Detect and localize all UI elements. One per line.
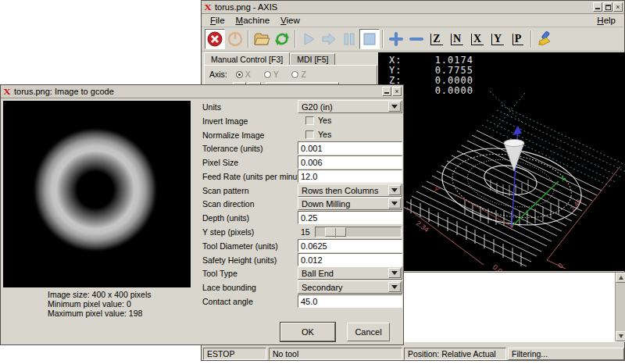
status-estop: ESTOP	[203, 348, 266, 360]
step-icon	[320, 30, 338, 48]
estop-button[interactable]	[205, 29, 225, 49]
source-image-preview	[3, 101, 191, 287]
step-button[interactable]	[319, 29, 339, 49]
field-label-contact-angle: Contact angle	[202, 297, 253, 306]
axis-label: Axis:	[209, 70, 227, 79]
zoom-out-button[interactable]	[406, 29, 427, 49]
maximize-icon	[605, 5, 611, 10]
toolbar-separator	[382, 30, 384, 48]
status-position: Position: Relative Actual	[404, 348, 506, 360]
cancel-button[interactable]: Cancel	[347, 323, 390, 341]
close-button[interactable]: ×	[613, 2, 623, 12]
dialog-close-button[interactable]: ×	[392, 87, 402, 96]
tab-manual-control[interactable]: Manual Control [F3]	[204, 52, 290, 66]
tolerance-input[interactable]	[298, 141, 402, 155]
safety-height-input[interactable]	[298, 253, 402, 266]
view-top-button[interactable]: Z	[427, 29, 447, 49]
view-side-button[interactable]: X	[467, 29, 488, 49]
field-label-tool-type: Tool Type	[202, 269, 238, 278]
view-front-button[interactable]: Y	[488, 29, 508, 49]
pixel-size-input[interactable]	[298, 155, 402, 169]
toolbar-separator	[530, 30, 532, 48]
tab-mdi[interactable]: MDI [F5]	[290, 53, 335, 66]
minimize-icon	[384, 90, 389, 94]
field-label-normalize: Normalize Image	[202, 130, 264, 140]
axis-z-radio[interactable]	[291, 71, 298, 78]
preview-3d-plot[interactable]: 2.34 2.46 0.01 0. Y X	[378, 52, 625, 271]
scroll-down-button[interactable]	[616, 331, 625, 341]
zoom-in-icon	[388, 30, 405, 48]
toolbar-separator	[248, 30, 249, 48]
chevron-down-icon	[391, 105, 398, 109]
field-label-invert: Invert Image	[202, 116, 248, 126]
estop-icon	[206, 30, 223, 48]
zoom-in-button[interactable]	[386, 29, 406, 49]
run-button[interactable]	[298, 29, 319, 49]
normalize-checkbox[interactable]	[305, 130, 314, 139]
axis-x-radio[interactable]	[236, 71, 243, 78]
tool-diameter-input[interactable]	[298, 239, 402, 252]
menu-help[interactable]: Help	[591, 15, 621, 26]
close-icon: ×	[395, 88, 398, 95]
menu-machine[interactable]: Machine	[230, 15, 275, 26]
minimize-button[interactable]	[593, 2, 602, 12]
scan-pattern-combo[interactable]: Rows then Columns	[298, 184, 402, 197]
stop-icon	[361, 30, 378, 48]
feed-rate-input[interactable]	[298, 170, 402, 183]
pause-icon	[341, 30, 358, 48]
plot-x-axis-label: X	[558, 173, 567, 184]
program-scrollbar[interactable]	[615, 273, 625, 341]
minimize-icon	[595, 5, 600, 9]
lace-bounding-combo[interactable]: Secondary	[298, 280, 402, 294]
dro-row-x: X:1.0174	[389, 55, 402, 66]
open-file-button[interactable]	[252, 29, 272, 49]
arrow-up-icon	[619, 276, 623, 280]
tool-type-combo[interactable]: Ball End	[298, 266, 402, 280]
scan-direction-combo[interactable]: Down Milling	[298, 197, 402, 210]
ok-button[interactable]: OK	[280, 323, 335, 341]
toolbar-separator	[295, 30, 296, 48]
lace-bounding-value: Secondary	[302, 283, 343, 292]
status-filtering: Filtering...	[508, 348, 624, 360]
combo-arrow	[388, 282, 401, 292]
program-listing[interactable]	[378, 272, 625, 342]
dialog-titlebar[interactable]: X torus.png: Image to gcode ×	[1, 85, 403, 98]
y-step-slider[interactable]	[315, 227, 402, 237]
clear-plot-button[interactable]	[534, 29, 555, 49]
image-max-text: Maximum pixel value: 198	[48, 309, 142, 318]
contact-angle-input[interactable]	[298, 294, 402, 308]
maximize-button[interactable]	[603, 2, 612, 12]
invert-checkbox[interactable]	[305, 116, 314, 125]
plot-y-axis-label: Y	[432, 184, 441, 194]
image-to-gcode-dialog: X torus.png: Image to gcode × Image size…	[0, 84, 404, 345]
stop-button[interactable]	[359, 29, 380, 49]
menu-view[interactable]: View	[275, 15, 305, 26]
axis-logo-icon: X	[204, 2, 212, 12]
units-value: G20 (in)	[302, 102, 333, 112]
reload-button[interactable]	[272, 29, 292, 49]
torus-image	[3, 101, 191, 287]
combo-arrow	[388, 268, 401, 278]
menubar: File Machine View Help	[202, 14, 624, 27]
preview-panel[interactable]: 2.34 2.46 0.01 0. Y X X:1.0174 Y:0.7755 …	[378, 52, 625, 271]
axis-window-title: torus.png - AXIS	[215, 2, 277, 12]
machine-power-button[interactable]	[225, 29, 245, 49]
view-rotated-top-button[interactable]: N	[447, 29, 467, 49]
invert-checkbox-row: Yes	[305, 116, 331, 125]
reload-icon	[273, 30, 291, 48]
y-step-slider-thumb[interactable]	[325, 227, 346, 237]
axis-titlebar[interactable]: X torus.png - AXIS ×	[202, 1, 624, 14]
image-size-text: Image size: 400 x 400 pixels	[48, 290, 152, 299]
dialog-minimize-button[interactable]	[382, 87, 391, 96]
pause-button[interactable]	[339, 29, 359, 49]
depth-input[interactable]	[298, 211, 402, 224]
units-combo[interactable]: G20 (in)	[298, 100, 402, 113]
menu-file[interactable]: File	[205, 15, 230, 26]
run-icon	[300, 30, 317, 48]
field-label-depth: Depth (units)	[202, 213, 249, 223]
scroll-up-button[interactable]	[616, 273, 625, 283]
axis-y-radio[interactable]	[264, 71, 271, 78]
view-perspective-button[interactable]: P	[508, 29, 528, 49]
normalize-checkbox-label: Yes	[318, 130, 331, 139]
dro-row-y: Y:0.7755	[389, 65, 402, 76]
